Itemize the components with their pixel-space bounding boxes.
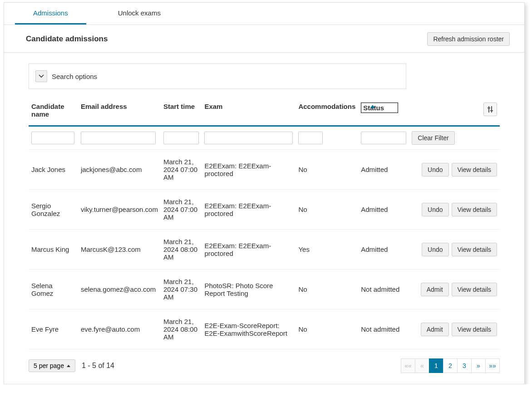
undo-button[interactable]: Undo [422, 203, 448, 216]
cell-exam: E2EExam: E2EExam-proctored [202, 150, 296, 190]
table-row: Eve Fyreeve.fyre@auto.comMarch 21, 2024 … [29, 309, 500, 349]
per-page-dropdown[interactable]: 5 per page [29, 359, 75, 372]
cell-accom: No [296, 150, 358, 190]
col-settings [481, 98, 500, 126]
table-footer: 5 per page 1 - 5 of 14 «« « 1 2 3 » »» [4, 357, 524, 384]
cell-start: March 21, 2024 08:00 AM [161, 309, 202, 349]
cell-exam: E2EExam: E2EExam-proctored [202, 230, 296, 270]
cell-actions: UndoView details [409, 150, 500, 190]
app-panel: Admissions Unlock exams Candidate admiss… [4, 2, 525, 384]
header-row: Candidate name Email address Start time … [29, 98, 500, 126]
col-start-time[interactable]: Start time [161, 98, 202, 126]
cell-actions: AdmitView details [409, 270, 500, 309]
page-3[interactable]: 3 [457, 358, 472, 373]
view-details-button[interactable]: View details [452, 283, 497, 296]
cell-exam: E2EExam: E2EExam-proctored [202, 190, 296, 230]
tab-admissions[interactable]: Admissions [15, 3, 86, 25]
tabs: Admissions Unlock exams [4, 3, 524, 25]
cell-start: March 21, 2024 07:30 AM [161, 270, 202, 309]
cell-email: MarcusK@123.com [78, 230, 161, 270]
undo-button[interactable]: Undo [422, 243, 448, 256]
per-page-label: 5 per page [34, 362, 64, 369]
search-options-panel: Search options [29, 64, 406, 89]
cell-email: selena.gomez@aco.com [78, 270, 161, 309]
undo-button[interactable]: Undo [422, 163, 448, 177]
filter-accommodations[interactable] [298, 132, 323, 144]
caret-up-icon [67, 365, 70, 367]
page-2[interactable]: 2 [443, 358, 458, 373]
filter-row: Clear Filter [29, 126, 500, 150]
table-body: Jack Jonesjackjones@abc.comMarch 21, 202… [29, 150, 500, 349]
col-email[interactable]: Email address [78, 98, 161, 126]
table-row: Marcus KingMarcusK@123.comMarch 21, 2024… [29, 230, 500, 270]
filter-candidate-name[interactable] [31, 132, 74, 144]
cell-name: Selena Gomez [29, 270, 78, 309]
page-last[interactable]: »» [485, 358, 500, 373]
pagination: «« « 1 2 3 » »» [401, 358, 500, 373]
page-title: Candidate admissions [26, 34, 108, 44]
col-actions [409, 98, 481, 126]
cell-exam: E2E-Exam-ScoreReport: E2E-ExamwithScoreR… [202, 309, 296, 349]
cell-email: viky.turner@pearson.com [78, 190, 161, 230]
col-accommodations[interactable]: Accommodations [296, 98, 358, 126]
col-status[interactable]: Status [358, 98, 409, 126]
view-details-button[interactable]: View details [452, 323, 497, 336]
cell-status: Not admitted [358, 270, 409, 309]
cell-email: jackjones@abc.com [78, 150, 161, 190]
chevron-down-icon [39, 74, 44, 78]
cell-status: Admitted [358, 230, 409, 270]
cell-email: eve.fyre@auto.com [78, 309, 161, 349]
search-options-label: Search options [52, 73, 97, 80]
view-details-button[interactable]: View details [452, 243, 497, 256]
sliders-icon [487, 106, 493, 113]
table-row: Sergio Gonzalezviky.turner@pearson.comMa… [29, 190, 500, 230]
column-settings-button[interactable] [483, 103, 497, 116]
cell-accom: Yes [296, 230, 358, 270]
status-sort-box: Status [361, 103, 398, 113]
filter-start-time[interactable] [163, 132, 199, 144]
cell-name: Sergio Gonzalez [29, 190, 78, 230]
page-first[interactable]: «« [401, 358, 415, 373]
sort-ascending-icon [370, 105, 375, 108]
range-text: 1 - 5 of 14 [82, 362, 114, 370]
cell-accom: No [296, 190, 358, 230]
admit-button[interactable]: Admit [421, 323, 449, 336]
col-candidate-name[interactable]: Candidate name [29, 98, 78, 126]
cell-name: Jack Jones [29, 150, 78, 190]
cell-status: Not admitted [358, 309, 409, 349]
filter-exam[interactable] [204, 132, 293, 144]
header-row: Candidate admissions Refresh admission r… [4, 25, 524, 53]
cell-start: March 21, 2024 08:00 AM [161, 230, 202, 270]
cell-start: March 21, 2024 07:00 AM [161, 190, 202, 230]
cell-accom: No [296, 270, 358, 309]
cell-name: Eve Fyre [29, 309, 78, 349]
table-row: Selena Gomezselena.gomez@aco.comMarch 21… [29, 270, 500, 309]
search-options-toggle[interactable] [35, 70, 47, 82]
cell-accom: No [296, 309, 358, 349]
filter-email[interactable] [81, 132, 156, 144]
page-prev[interactable]: « [415, 358, 429, 373]
cell-actions: AdmitView details [409, 309, 500, 349]
table-row: Jack Jonesjackjones@abc.comMarch 21, 202… [29, 150, 500, 190]
cell-start: March 21, 2024 07:00 AM [161, 150, 202, 190]
cell-actions: UndoView details [409, 230, 500, 270]
admit-button[interactable]: Admit [421, 283, 449, 296]
table-wrap: Candidate name Email address Start time … [4, 93, 524, 357]
page-1[interactable]: 1 [429, 358, 443, 373]
cell-exam: PhotoSR: Photo Score Report Testing [202, 270, 296, 309]
filter-status[interactable] [361, 132, 406, 144]
cell-actions: UndoView details [409, 190, 500, 230]
view-details-button[interactable]: View details [452, 203, 497, 216]
cell-name: Marcus King [29, 230, 78, 270]
refresh-roster-button[interactable]: Refresh admission roster [427, 32, 510, 46]
col-exam[interactable]: Exam [202, 98, 296, 126]
page-next[interactable]: » [471, 358, 486, 373]
clear-filter-button[interactable]: Clear Filter [412, 131, 454, 145]
admissions-table: Candidate name Email address Start time … [29, 98, 500, 349]
cell-status: Admitted [358, 150, 409, 190]
cell-status: Admitted [358, 190, 409, 230]
tab-unlock-exams[interactable]: Unlock exams [100, 3, 179, 25]
view-details-button[interactable]: View details [452, 163, 497, 177]
